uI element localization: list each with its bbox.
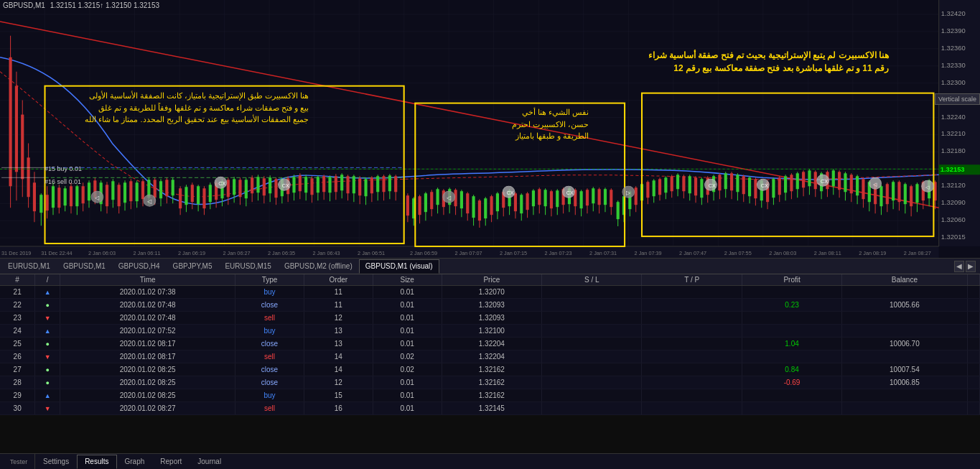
table-row[interactable]: 26 ▼ 2020.01.02 08:17 sell 14 0.02 1.322… [0,350,980,363]
svg-rect-127 [227,180,230,197]
table-row[interactable]: 28 ● 2020.01.02 08:25 close 12 0.01 1.32… [0,376,980,389]
table-row[interactable]: 21 ▲ 2020.01.02 07:38 buy 11 0.01 1.3207… [0,286,980,299]
cell-tp [642,338,742,350]
cell-type: close [235,363,304,376]
cell-order: 11 [304,286,373,299]
bottom-tab-settings[interactable]: Settings [35,455,77,469]
svg-rect-243 [580,191,583,208]
cell-time: 2020.01.02 07:38 [60,286,235,299]
svg-rect-163 [335,176,337,192]
svg-rect-173 [364,179,367,196]
svg-rect-101 [154,180,157,198]
col-balance: Balance [842,274,967,286]
svg-rect-89 [118,185,121,206]
svg-rect-333 [850,175,853,193]
tab-gbpusd-m2-offline[interactable]: GBPUSD,M2 (offline) [278,259,359,274]
chart-tabs-bar: EURUSD,M1 GBPUSD,M1 GBPUSD,H4 GBPJPY,M5 … [0,259,980,274]
cell-time: 2020.01.02 08:25 [60,389,235,402]
col-spacer [967,274,979,286]
cell-profit: 0.23 [742,299,841,312]
cell-order: 12 [304,376,373,389]
cell-order: 14 [304,350,373,363]
cell-spacer [967,363,979,376]
tabs-scroll-left-btn[interactable]: ◀ [954,261,964,272]
table-row[interactable]: 22 ● 2020.01.02 07:48 close 11 0.01 1.32… [0,299,980,312]
svg-rect-209 [478,200,481,220]
cell-price: 1.32100 [442,325,541,338]
svg-text:2 Jan 08:11: 2 Jan 08:11 [814,251,841,256]
svg-text:▷: ▷ [626,190,631,196]
cell-time: 2020.01.02 08:25 [60,363,235,376]
svg-rect-321 [814,172,817,189]
tab-gbpusd-m1-visual[interactable]: GBPUSD,M1 (visual) [359,259,439,274]
svg-rect-227 [532,190,535,206]
svg-rect-351 [904,184,907,204]
svg-text:2 Jan 07:39: 2 Jan 07:39 [635,251,662,256]
svg-rect-67 [52,186,55,208]
cell-size: 0.02 [373,363,442,376]
svg-rect-61 [33,182,36,211]
svg-rect-337 [862,179,864,199]
svg-text:31 Dec 2019: 31 Dec 2019 [1,251,31,256]
tab-eurusd-m1[interactable]: EURUSD,M1 [1,259,57,274]
cell-tp [642,389,742,402]
svg-rect-317 [802,172,805,187]
cell-num: 25 [0,338,35,350]
table-row[interactable]: 23 ▼ 2020.01.02 07:48 sell 12 0.01 1.320… [0,312,980,325]
vertical-scale-label[interactable]: Vertical scale [935,93,980,105]
svg-rect-149 [292,177,295,192]
svg-rect-295 [736,175,739,192]
cell-icon: ● [35,363,60,376]
cell-type: sell [235,402,304,415]
tab-gbpjpy-m5[interactable]: GBPJPY,M5 [167,259,219,274]
cell-sl [542,402,642,415]
svg-rect-159 [322,176,325,192]
col-profit: Profit [742,274,841,286]
svg-rect-335 [856,176,859,195]
bottom-tab-journal[interactable]: Journal [190,455,229,469]
svg-text:1.32240: 1.32240 [941,113,966,121]
cell-balance: 10007.54 [842,363,967,376]
svg-rect-179 [382,176,385,192]
tab-eurusd-m15[interactable]: EURUSD,M15 [218,259,277,274]
table-row[interactable]: 25 ● 2020.01.02 08:17 close 13 0.01 1.32… [0,338,980,350]
svg-rect-65 [46,195,49,210]
cell-balance [842,312,967,325]
svg-rect-137 [256,177,259,192]
svg-rect-215 [496,193,499,211]
svg-rect-91 [123,182,126,203]
svg-rect-313 [790,175,793,191]
svg-rect-35 [939,0,980,246]
table-row[interactable]: 29 ▲ 2020.01.02 08:25 buy 15 0.01 1.3216… [0,389,980,402]
svg-rect-233 [550,191,553,208]
bottom-tab-results[interactable]: Results [77,455,116,469]
table-row[interactable]: 27 ● 2020.01.02 08:25 close 14 0.02 1.32… [0,363,980,376]
svg-rect-223 [520,195,523,213]
svg-rect-261 [635,187,638,205]
cell-sl [542,363,642,376]
table-row[interactable]: 30 ▼ 2020.01.02 08:27 sell 16 0.01 1.321… [0,402,980,415]
cell-balance [842,389,967,402]
table-container[interactable]: # / Time Type Order Size Price S / L T /… [0,274,980,453]
bottom-tab-graph[interactable]: Graph [117,455,153,469]
cell-price: 1.32145 [442,402,541,415]
cell-sl [542,389,642,402]
table-row[interactable]: 24 ▲ 2020.01.02 07:52 buy 13 0.01 1.3210… [0,325,980,338]
tabs-scroll-right-btn[interactable]: ▶ [966,261,976,272]
svg-rect-141 [269,177,271,193]
svg-rect-229 [538,189,541,205]
svg-rect-319 [808,170,811,186]
svg-text:1.32180: 1.32180 [941,148,966,155]
cell-tp [642,325,742,338]
cell-price: 1.32162 [442,389,541,402]
symbol-info: GBPUSD,M1 [3,1,45,9]
main-container: 1.32420 1.32390 1.32360 1.32330 1.32300 … [0,0,980,469]
svg-text:CX: CX [761,183,768,189]
cell-sl [542,376,642,389]
svg-rect-59 [27,157,30,197]
tab-gbpusd-m1[interactable]: GBPUSD,M1 [57,259,112,274]
tab-gbpusd-h4[interactable]: GBPUSD,H4 [112,259,167,274]
cell-num: 27 [0,363,35,376]
cell-spacer [967,376,979,389]
bottom-tab-report[interactable]: Report [152,455,190,469]
